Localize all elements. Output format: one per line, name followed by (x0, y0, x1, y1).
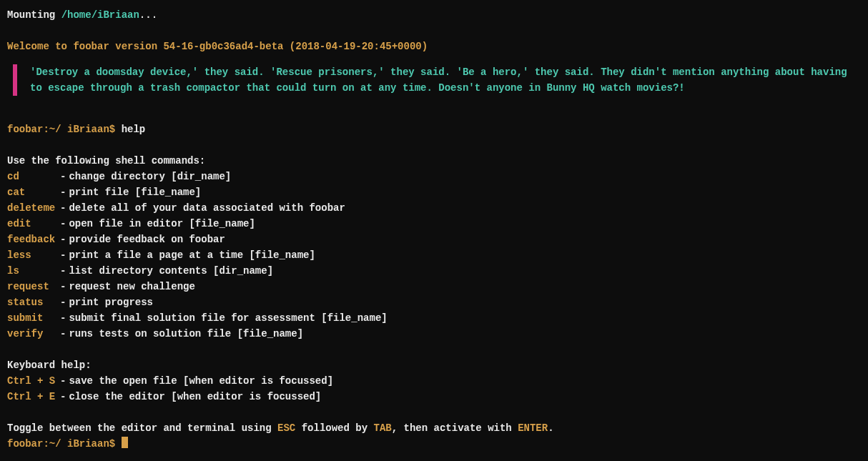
cmd-name: status (7, 294, 60, 310)
help-cmd-row: cd-change directory [dir_name] (7, 169, 861, 184)
blank-line (7, 405, 861, 420)
kbd-desc: save the open file [when editor is focus… (69, 373, 333, 389)
blank-line (7, 106, 861, 122)
cmd-desc: provide feedback on foobar (69, 232, 225, 247)
cmd-sep: - (60, 263, 66, 279)
cmd-name: less (7, 247, 60, 263)
cmd-sep: - (60, 247, 66, 263)
toggle-text: . (548, 422, 553, 434)
key-enter: ENTER (518, 422, 548, 434)
cmd-name: edit (7, 216, 60, 232)
cmd-name: verify (7, 326, 60, 342)
cmd-sep: - (60, 389, 66, 405)
cmd-name: submit (7, 310, 60, 326)
help-cmd-row: feedback-provide feedback on foobar (7, 232, 861, 247)
blank-line (7, 137, 861, 153)
help-cmd-row: deleteme-delete all of your data associa… (7, 200, 861, 216)
prompt-line-2[interactable]: foobar:~/ iBriaan$ (7, 436, 861, 452)
blank-line (7, 342, 861, 357)
cmd-sep: - (60, 169, 66, 184)
help-cmd-row: ls-list directory contents [dir_name] (7, 263, 861, 279)
cmd-sep: - (60, 216, 66, 232)
blank-line (7, 23, 861, 39)
cmd-desc: print file [file_name] (69, 184, 201, 200)
cmd-name: request (7, 279, 60, 294)
kbd-row: Ctrl + E-close the editor [when editor i… (7, 389, 861, 405)
help-cmd-row: request-request new challenge (7, 279, 861, 294)
cmd-sep: - (60, 373, 66, 389)
cmd-desc: runs tests on solution file [file_name] (69, 326, 303, 342)
welcome-line: Welcome to foobar version 54-16-gb0c36ad… (7, 39, 861, 54)
mount-line: Mounting /home/iBriaan... (7, 7, 861, 23)
cmd-name: cd (7, 169, 60, 184)
kbd-desc: close the editor [when editor is focusse… (69, 389, 321, 405)
cmd-desc: request new challenge (69, 279, 194, 294)
cmd-sep: - (60, 184, 66, 200)
key-tab: TAB (374, 422, 392, 434)
quote-text: 'Destroy a doomsday device,' they said. … (30, 66, 847, 94)
mount-path: /home/iBriaan (61, 9, 139, 21)
help-cmd-row: cat-print file [file_name] (7, 184, 861, 200)
cmd-sep: - (60, 200, 66, 216)
cmd-sep: - (60, 326, 66, 342)
cmd-desc: print progress (69, 294, 153, 310)
cmd-desc: list directory contents [dir_name] (69, 263, 273, 279)
terminal[interactable]: Mounting /home/iBriaan... Welcome to foo… (7, 7, 861, 452)
toggle-text: followed by (295, 422, 373, 434)
kbd-intro: Keyboard help: (7, 357, 861, 373)
prompt-host: foobar:~/ iBriaan$ (7, 438, 122, 450)
key-esc: ESC (277, 422, 295, 434)
cmd-desc: submit final solution file for assessmen… (69, 310, 387, 326)
mount-prefix: Mounting (7, 9, 61, 21)
toggle-text: Toggle between the editor and terminal u… (7, 422, 277, 434)
toggle-hint: Toggle between the editor and terminal u… (7, 420, 861, 436)
cmd-desc: change directory [dir_name] (69, 169, 231, 184)
cmd-desc: print a file a page at a time [file_name… (69, 247, 315, 263)
help-cmd-row: edit-open file in editor [file_name] (7, 216, 861, 232)
cmd-desc: open file in editor [file_name] (69, 216, 255, 232)
help-cmd-row: less-print a file a page at a time [file… (7, 247, 861, 263)
help-cmd-row: verify-runs tests on solution file [file… (7, 326, 861, 342)
cmd-sep: - (60, 279, 66, 294)
prompt-host: foobar:~/ iBriaan$ (7, 124, 122, 135)
kbd-row: Ctrl + S-save the open file [when editor… (7, 373, 861, 389)
help-cmd-row: submit-submit final solution file for as… (7, 310, 861, 326)
cmd-sep: - (60, 310, 66, 326)
prompt-line-1: foobar:~/ iBriaan$ help (7, 122, 861, 137)
mount-suffix: ... (139, 9, 157, 21)
help-intro: Use the following shell commands: (7, 153, 861, 169)
kbd-name: Ctrl + E (7, 389, 60, 405)
cmd-sep: - (60, 294, 66, 310)
cmd-name: ls (7, 263, 60, 279)
motd-quote: 'Destroy a doomsday device,' they said. … (13, 64, 861, 96)
cmd-name: feedback (7, 232, 60, 247)
cmd-name: cat (7, 184, 60, 200)
cmd-desc: delete all of your data associated with … (69, 200, 345, 216)
kbd-name: Ctrl + S (7, 373, 60, 389)
prompt-command: help (122, 124, 146, 135)
help-cmd-row: status-print progress (7, 294, 861, 310)
cmd-name: deleteme (7, 200, 60, 216)
cursor-icon (122, 437, 128, 448)
toggle-text: , then activate with (392, 422, 518, 434)
cmd-sep: - (60, 232, 66, 247)
